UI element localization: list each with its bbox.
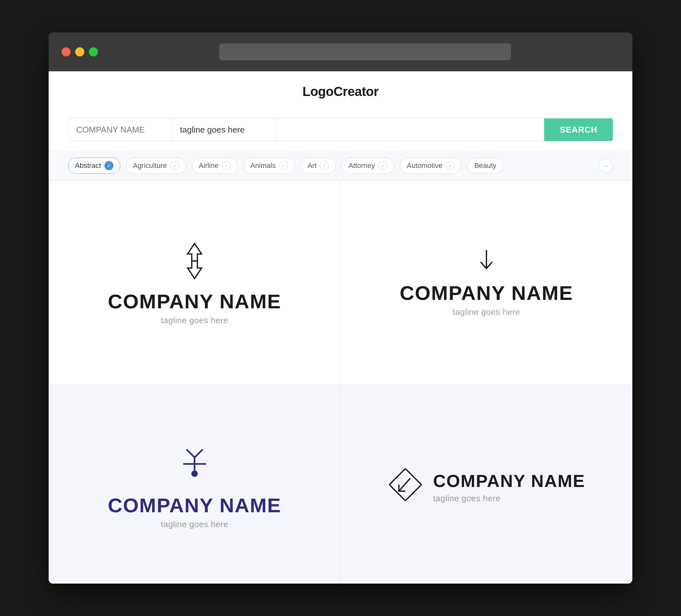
- category-art[interactable]: Art ✓: [301, 158, 336, 174]
- svg-point-1: [191, 470, 198, 477]
- category-abstract[interactable]: Abstract ✓: [68, 158, 120, 174]
- logo-card-2[interactable]: COMPANY NAME tagline goes here: [340, 181, 632, 385]
- acrobat-icon: [177, 444, 212, 488]
- logo-card-inner-4: COMPANY NAME tagline goes here: [387, 467, 585, 507]
- up-down-arrows-icon: [174, 240, 216, 283]
- logo-card-4[interactable]: COMPANY NAME tagline goes here: [340, 385, 632, 584]
- category-label: Automotive: [407, 161, 442, 170]
- browser-window: LogoCreator SEARCH Abstract ✓ Agricultur…: [49, 32, 632, 584]
- category-airline[interactable]: Airline ✓: [192, 158, 238, 174]
- logo-card-inner-2: COMPANY NAME tagline goes here: [400, 248, 573, 317]
- check-icon: ✓: [104, 161, 114, 170]
- search-button[interactable]: SEARCH: [544, 118, 613, 141]
- category-label: Airline: [199, 161, 219, 170]
- svg-line-5: [195, 450, 203, 458]
- category-label: Beauty: [474, 161, 497, 170]
- category-beauty[interactable]: Beauty: [467, 158, 503, 174]
- browser-content: LogoCreator SEARCH Abstract ✓ Agricultur…: [49, 71, 632, 584]
- category-attorney[interactable]: Attorney ✓: [342, 158, 394, 174]
- category-agriculture[interactable]: Agriculture ✓: [126, 158, 186, 174]
- check-icon: ✓: [170, 161, 179, 170]
- logo-grid: COMPANY NAME tagline goes here COMPANY N…: [49, 181, 632, 584]
- categories-bar: Abstract ✓ Agriculture ✓ Airline ✓ Anima…: [49, 151, 632, 181]
- logo-card-inner-3: COMPANY NAME tagline goes here: [108, 444, 281, 530]
- svg-line-7: [399, 478, 410, 491]
- category-label: Art: [307, 161, 317, 170]
- category-animals[interactable]: Animals ✓: [244, 158, 295, 174]
- logo3-company-name: COMPANY NAME: [108, 494, 281, 517]
- company-name-input[interactable]: [68, 118, 172, 141]
- logo-card-1[interactable]: COMPANY NAME tagline goes here: [49, 181, 340, 385]
- check-icon: ✓: [320, 161, 329, 170]
- category-label: Animals: [250, 161, 276, 170]
- keyword-input[interactable]: [276, 118, 544, 141]
- close-button[interactable]: [61, 47, 71, 56]
- check-icon: ✓: [279, 161, 288, 170]
- logo4-layout: COMPANY NAME tagline goes here: [387, 467, 585, 507]
- svg-line-4: [186, 450, 195, 458]
- search-bar: SEARCH: [49, 109, 632, 151]
- diamond-arrow-icon: [387, 467, 423, 507]
- logo1-company-name: COMPANY NAME: [108, 290, 281, 313]
- category-label: Agriculture: [133, 161, 167, 170]
- minimize-button[interactable]: [75, 47, 84, 56]
- logo-card-3[interactable]: COMPANY NAME tagline goes here: [49, 385, 340, 584]
- logo-card-inner-1: COMPANY NAME tagline goes here: [108, 240, 281, 326]
- logo3-tagline: tagline goes here: [161, 519, 228, 530]
- down-arrow-icon: [477, 248, 496, 276]
- check-icon: ✓: [378, 161, 387, 170]
- categories-next-button[interactable]: →: [599, 158, 613, 173]
- logo4-company-name: COMPANY NAME: [433, 471, 585, 491]
- category-label: Attorney: [348, 161, 375, 170]
- logo4-text: COMPANY NAME tagline goes here: [433, 471, 585, 504]
- check-icon: ✓: [446, 161, 455, 170]
- app-header: LogoCreator: [49, 71, 632, 109]
- url-bar[interactable]: [219, 44, 511, 60]
- maximize-button[interactable]: [89, 47, 98, 56]
- browser-titlebar: [49, 32, 632, 71]
- check-icon: ✓: [222, 161, 231, 170]
- logo4-tagline: tagline goes here: [433, 493, 585, 504]
- logo2-company-name: COMPANY NAME: [400, 281, 573, 304]
- traffic-lights: [61, 47, 98, 56]
- category-label: Abstract: [75, 161, 101, 170]
- category-automotive[interactable]: Automotive ✓: [400, 158, 461, 174]
- app-title: LogoCreator: [303, 84, 379, 99]
- tagline-input[interactable]: [172, 118, 276, 141]
- logo1-tagline: tagline goes here: [161, 315, 228, 326]
- logo2-tagline: tagline goes here: [453, 307, 520, 317]
